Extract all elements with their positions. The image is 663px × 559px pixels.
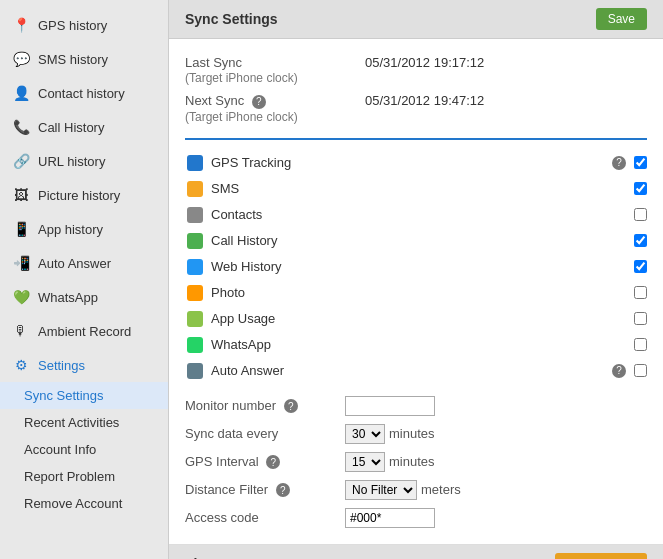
sms-icon: 💬 bbox=[12, 50, 30, 68]
sync-every-label: Sync data every bbox=[185, 426, 345, 441]
sidebar-item-settings[interactable]: ⚙ Settings bbox=[0, 348, 168, 382]
distance-filter-help-icon[interactable]: ? bbox=[276, 483, 290, 497]
access-code-row: Access code bbox=[185, 504, 647, 532]
last-sync-label: Last Sync (Target iPhone clock) bbox=[185, 55, 365, 85]
whatsapp-icon: 💚 bbox=[12, 288, 30, 306]
sidebar-item-picture-history[interactable]: 🖼 Picture history bbox=[0, 178, 168, 212]
monitor-number-help-icon[interactable]: ? bbox=[284, 399, 298, 413]
sync-settings-title: Sync Settings bbox=[185, 11, 278, 27]
settings-icon: ⚙ bbox=[12, 356, 30, 374]
sidebar: 📍 GPS history 💬 SMS history 👤 Contact hi… bbox=[0, 0, 169, 559]
gps-icon: 📍 bbox=[12, 16, 30, 34]
url-icon: 🔗 bbox=[12, 152, 30, 170]
form-fields: Monitor number ? Sync data every 30 15 6… bbox=[185, 392, 647, 532]
sync-every-select[interactable]: 30 15 60 bbox=[345, 424, 385, 444]
sidebar-sub-account-info[interactable]: Account Info bbox=[0, 436, 168, 463]
app-usage-checkbox[interactable] bbox=[634, 312, 647, 325]
sidebar-sub-recent-activities[interactable]: Recent Activities bbox=[0, 409, 168, 436]
gps-interval-row: GPS Interval ? 15 5 30 minutes bbox=[185, 448, 647, 476]
license-title: License bbox=[185, 556, 237, 560]
picture-icon: 🖼 bbox=[12, 186, 30, 204]
contacts-checkbox[interactable] bbox=[634, 208, 647, 221]
next-sync-label: Next Sync ? (Target iPhone clock) bbox=[185, 93, 365, 124]
photo-row-icon bbox=[185, 283, 205, 303]
checkbox-photo: Photo bbox=[185, 280, 647, 306]
save-button[interactable]: Save bbox=[596, 8, 647, 30]
checkbox-auto-answer: Auto Answer ? bbox=[185, 358, 647, 384]
monitor-number-row: Monitor number ? bbox=[185, 392, 647, 420]
call-icon: 📞 bbox=[12, 118, 30, 136]
next-sync-row: Next Sync ? (Target iPhone clock) 05/31/… bbox=[185, 89, 647, 128]
sync-settings-header: Sync Settings Save bbox=[169, 0, 663, 39]
monitor-number-label: Monitor number ? bbox=[185, 398, 345, 414]
sms-row-icon bbox=[185, 179, 205, 199]
whatsapp-checkbox[interactable] bbox=[634, 338, 647, 351]
checkbox-web-history: Web History bbox=[185, 254, 647, 280]
call-history-checkbox[interactable] bbox=[634, 234, 647, 247]
distance-filter-row: Distance Filter ? No Filter 100 500 mete… bbox=[185, 476, 647, 504]
gps-interval-unit: minutes bbox=[389, 454, 435, 469]
distance-filter-label: Distance Filter ? bbox=[185, 482, 345, 498]
monitor-number-input[interactable] bbox=[345, 396, 435, 416]
sidebar-sub-sync-settings[interactable]: Sync Settings bbox=[0, 382, 168, 409]
gps-help-icon[interactable]: ? bbox=[612, 156, 626, 170]
gps-tracking-checkbox[interactable] bbox=[634, 156, 647, 169]
call-history-row-icon bbox=[185, 231, 205, 251]
sms-checkbox[interactable] bbox=[634, 182, 647, 195]
sync-every-unit: minutes bbox=[389, 426, 435, 441]
contact-icon: 👤 bbox=[12, 84, 30, 102]
main-content: Sync Settings Save Last Sync (Target iPh… bbox=[169, 0, 663, 559]
checkbox-whatsapp: WhatsApp bbox=[185, 332, 647, 358]
sync-every-row: Sync data every 30 15 60 minutes bbox=[185, 420, 647, 448]
checkbox-sms: SMS bbox=[185, 176, 647, 202]
web-history-row-icon bbox=[185, 257, 205, 277]
sidebar-item-contact-history[interactable]: 👤 Contact history bbox=[0, 76, 168, 110]
web-history-checkbox[interactable] bbox=[634, 260, 647, 273]
sidebar-item-sms-history[interactable]: 💬 SMS history bbox=[0, 42, 168, 76]
auto-answer-row-icon bbox=[185, 361, 205, 381]
checkbox-contacts: Contacts bbox=[185, 202, 647, 228]
contacts-row-icon bbox=[185, 205, 205, 225]
sidebar-item-ambient-record[interactable]: 🎙 Ambient Record bbox=[0, 314, 168, 348]
sidebar-item-app-history[interactable]: 📱 App history bbox=[0, 212, 168, 246]
sidebar-sub-remove-account[interactable]: Remove Account bbox=[0, 490, 168, 517]
whatsapp-row-icon bbox=[185, 335, 205, 355]
sidebar-item-call-history[interactable]: 📞 Call History bbox=[0, 110, 168, 144]
next-sync-help-icon[interactable]: ? bbox=[252, 95, 266, 109]
ambient-icon: 🎙 bbox=[12, 322, 30, 340]
sidebar-sub-report-problem[interactable]: Report Problem bbox=[0, 463, 168, 490]
checkbox-gps-tracking: GPS Tracking ? bbox=[185, 150, 647, 176]
checkbox-app-usage: App Usage bbox=[185, 306, 647, 332]
distance-filter-select[interactable]: No Filter 100 500 bbox=[345, 480, 417, 500]
gps-interval-label: GPS Interval ? bbox=[185, 454, 345, 470]
checkbox-call-history: Call History bbox=[185, 228, 647, 254]
sync-divider bbox=[185, 138, 647, 140]
access-code-input[interactable] bbox=[345, 508, 435, 528]
gps-interval-select[interactable]: 15 5 30 bbox=[345, 452, 385, 472]
license-header: License Renew Now! bbox=[169, 545, 663, 560]
sidebar-item-whatsapp[interactable]: 💚 WhatsApp bbox=[0, 280, 168, 314]
access-code-label: Access code bbox=[185, 510, 345, 525]
auto-answer-help-icon[interactable]: ? bbox=[612, 364, 626, 378]
distance-filter-unit: meters bbox=[421, 482, 461, 497]
sidebar-item-gps-history[interactable]: 📍 GPS history bbox=[0, 8, 168, 42]
sidebar-item-auto-answer[interactable]: 📲 Auto Answer bbox=[0, 246, 168, 280]
photo-checkbox[interactable] bbox=[634, 286, 647, 299]
app-icon: 📱 bbox=[12, 220, 30, 238]
last-sync-value: 05/31/2012 19:17:12 bbox=[365, 55, 484, 70]
auto-answer-icon: 📲 bbox=[12, 254, 30, 272]
renew-button[interactable]: Renew Now! bbox=[555, 553, 647, 560]
sync-info-box: Last Sync (Target iPhone clock) 05/31/20… bbox=[169, 39, 663, 545]
gps-interval-help-icon[interactable]: ? bbox=[266, 455, 280, 469]
next-sync-value: 05/31/2012 19:47:12 bbox=[365, 93, 484, 108]
auto-answer-checkbox[interactable] bbox=[634, 364, 647, 377]
last-sync-row: Last Sync (Target iPhone clock) 05/31/20… bbox=[185, 51, 647, 89]
gps-tracking-icon bbox=[185, 153, 205, 173]
app-usage-row-icon bbox=[185, 309, 205, 329]
sidebar-item-url-history[interactable]: 🔗 URL history bbox=[0, 144, 168, 178]
